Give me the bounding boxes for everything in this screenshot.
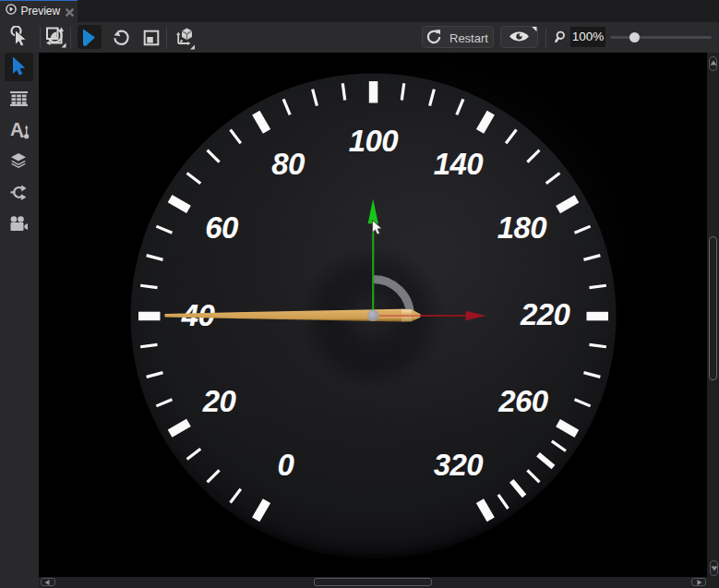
svg-text:80: 80 xyxy=(271,147,306,181)
svg-text:260: 260 xyxy=(497,384,549,418)
svg-text:20: 20 xyxy=(202,384,237,418)
svg-text:220: 220 xyxy=(520,297,571,331)
svg-text:320: 320 xyxy=(434,448,485,482)
svg-text:0: 0 xyxy=(278,448,295,482)
svg-text:140: 140 xyxy=(434,147,485,181)
svg-text:60: 60 xyxy=(205,210,239,245)
svg-text:180: 180 xyxy=(497,210,548,245)
svg-text:100: 100 xyxy=(349,124,400,158)
